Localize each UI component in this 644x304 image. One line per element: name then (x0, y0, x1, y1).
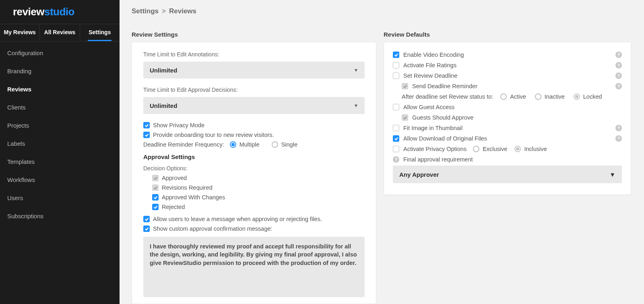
deadline-status-active-label: Active (510, 93, 526, 100)
final-approval-req-label: Final approval requirement (403, 156, 473, 163)
onboarding-label: Provide onboarding tour to new review vi… (153, 132, 274, 138)
breadcrumb-leaf: Reviews (169, 7, 196, 15)
custom-approval-message-textarea[interactable] (143, 237, 365, 297)
guests-approve-label: Guests Should Approve (412, 114, 473, 121)
deadline-status-radio-locked (574, 93, 580, 100)
tab-my-reviews[interactable]: My Reviews (0, 24, 40, 41)
sidebar-item-labels[interactable]: Labels (0, 135, 120, 152)
privacy-mode-inclusive-label: Inclusive (524, 146, 547, 152)
decision-changes-checkbox[interactable] (152, 194, 159, 201)
sidebar-item-branding[interactable]: Branding (0, 63, 120, 79)
tab-all-reviews[interactable]: All Reviews (40, 24, 80, 41)
fit-thumbnail-checkbox[interactable] (393, 125, 399, 131)
deadline-status-label: After deadline set Review status to: (402, 93, 493, 100)
deadline-status-locked-label: Locked (583, 93, 602, 100)
app-logo: reviewstudio (0, 0, 120, 24)
approval-limit-label: Time Limit to Edit Approval Decisions: (143, 87, 365, 93)
review-defaults-title: Review Defaults (384, 31, 631, 38)
chevron-down-icon: ▼ (609, 171, 615, 178)
sidebar-item-users[interactable]: Users (0, 190, 120, 206)
main-panel: Settings > Reviews Review Settings Time … (120, 0, 644, 304)
sidebar-item-reviews[interactable]: Reviews (0, 81, 120, 97)
review-settings-title: Review Settings (132, 31, 376, 38)
decision-options-label: Decision Options: (143, 165, 365, 172)
guest-access-checkbox[interactable] (393, 104, 399, 110)
send-reminder-checkbox (402, 83, 408, 89)
help-icon[interactable]: ? (615, 125, 622, 131)
breadcrumb-root[interactable]: Settings (132, 7, 159, 15)
sidebar-item-clients[interactable]: Clients (0, 99, 120, 116)
decision-rejected-checkbox[interactable] (152, 204, 159, 210)
video-encoding-checkbox[interactable] (393, 52, 399, 58)
logo-part1: review (13, 6, 44, 18)
fit-thumbnail-label: Fit Image in Thumbnail (403, 125, 462, 131)
reminder-freq-multiple-label: Multiple (239, 141, 260, 148)
decision-approved-label: Approved (162, 175, 187, 181)
sidebar-item-configuration[interactable]: Configuration (0, 45, 120, 61)
help-icon[interactable]: ? (615, 83, 622, 89)
final-approver-select[interactable]: Any Approver ▼ (393, 165, 622, 183)
annotation-limit-select[interactable]: Unlimited ▼ (143, 62, 365, 79)
allow-message-checkbox[interactable] (143, 216, 150, 222)
show-custom-msg-label: Show custom approval confirmation messag… (153, 225, 272, 232)
content-area: Review Settings Time Limit to Edit Annot… (120, 22, 644, 304)
tab-settings[interactable]: Settings (80, 24, 120, 41)
help-icon[interactable]: ? (615, 62, 622, 68)
decision-changes-label: Approved With Changes (162, 194, 225, 201)
privacy-mode-radio-exclusive (473, 146, 479, 152)
side-nav: Configuration Branding Reviews Clients P… (0, 41, 120, 224)
approval-limit-value: Unlimited (150, 102, 177, 109)
review-settings-card: Time Limit to Edit Annotations: Unlimite… (132, 42, 376, 304)
sidebar-item-workflows[interactable]: Workflows (0, 172, 120, 188)
file-ratings-checkbox[interactable] (393, 62, 399, 68)
reminder-freq-single-label: Single (281, 141, 297, 148)
allow-message-label: Allow users to leave a message when appr… (153, 216, 322, 222)
sidebar-item-subscriptions[interactable]: Subscriptions (0, 208, 120, 224)
send-reminder-label: Send Deadline Reminder (412, 83, 477, 89)
help-icon[interactable]: ? (615, 135, 622, 142)
help-icon[interactable]: ? (615, 52, 622, 58)
help-icon[interactable]: ? (615, 72, 622, 79)
download-checkbox[interactable] (393, 135, 399, 142)
sidebar-item-projects[interactable]: Projects (0, 117, 120, 134)
guests-approve-checkbox (402, 114, 408, 121)
logo-part2: studio (44, 6, 74, 18)
privacy-options-label: Activate Privacy Options (403, 146, 466, 152)
set-deadline-label: Set Review Deadline (403, 72, 458, 79)
deadline-status-radio-inactive (535, 93, 541, 100)
deadline-status-radio-active (500, 93, 507, 100)
show-custom-msg-checkbox[interactable] (143, 225, 150, 232)
privacy-options-checkbox[interactable] (393, 146, 399, 152)
sidebar: reviewstudio My Reviews All Reviews Sett… (0, 0, 120, 304)
review-settings-section: Review Settings Time Limit to Edit Annot… (132, 31, 376, 304)
top-tabs: My Reviews All Reviews Settings (0, 24, 120, 41)
onboarding-checkbox[interactable] (143, 132, 150, 138)
file-ratings-label: Activate File Ratings (403, 62, 456, 68)
chevron-down-icon: ▼ (354, 103, 358, 108)
guest-access-label: Allow Guest Access (403, 104, 454, 110)
set-deadline-checkbox[interactable] (393, 72, 399, 79)
review-defaults-card: Enable Video Encoding ? Activate File Ra… (384, 42, 631, 195)
breadcrumb: Settings > Reviews (120, 0, 644, 22)
decision-approved-checkbox (152, 175, 159, 181)
help-icon[interactable]: ? (393, 156, 399, 163)
approval-limit-select[interactable]: Unlimited ▼ (143, 97, 365, 114)
privacy-mode-label: Show Privacy Mode (153, 122, 204, 128)
reminder-freq-label: Deadline Reminder Frequency: (143, 141, 224, 148)
decision-revisions-checkbox (152, 184, 159, 191)
decision-rejected-label: Rejected (162, 204, 185, 210)
annotation-limit-label: Time Limit to Edit Annotations: (143, 51, 365, 58)
final-approver-value: Any Approver (399, 171, 439, 178)
sidebar-item-templates[interactable]: Templates (0, 153, 120, 170)
review-defaults-section: Review Defaults Enable Video Encoding ? … (384, 31, 631, 304)
annotation-limit-value: Unlimited (150, 67, 177, 74)
privacy-mode-exclusive-label: Exclusive (483, 146, 507, 152)
privacy-mode-checkbox[interactable] (143, 122, 150, 128)
video-encoding-label: Enable Video Encoding (403, 52, 464, 58)
breadcrumb-sep-icon: > (162, 7, 166, 15)
reminder-freq-radio-multiple[interactable] (230, 141, 236, 148)
download-label: Allow Download of Original Files (403, 135, 487, 142)
deadline-status-inactive-label: Inactive (545, 93, 565, 100)
reminder-freq-radio-single[interactable] (272, 141, 278, 148)
chevron-down-icon: ▼ (354, 68, 358, 72)
